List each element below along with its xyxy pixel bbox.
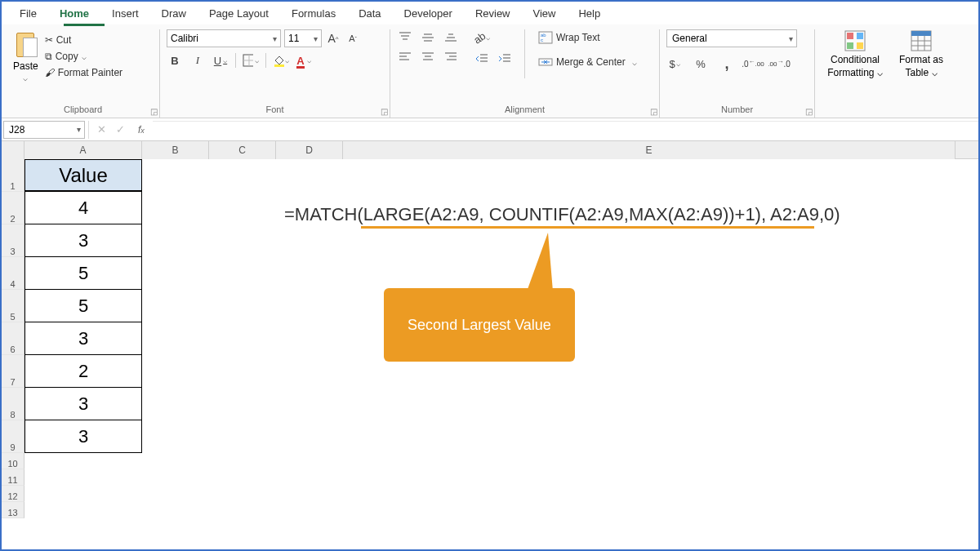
align-middle-button[interactable] — [420, 29, 436, 46]
paste-button[interactable]: Paste ⌵ — [13, 29, 38, 82]
row-header-8[interactable]: 8 — [2, 388, 24, 420]
col-header-A[interactable]: A — [24, 141, 142, 159]
format-as-table-button[interactable]: Format as Table ⌵ — [892, 29, 951, 78]
menu-file[interactable]: File — [8, 4, 48, 23]
group-styles: Conditional Formatting ⌵ Format as Table… — [815, 29, 957, 118]
orientation-button[interactable]: ab⌵ — [474, 29, 490, 46]
conditional-formatting-button[interactable]: Conditional Formatting ⌵ — [822, 29, 889, 78]
decrease-indent-button[interactable] — [474, 51, 490, 67]
menu-draw[interactable]: Draw — [150, 4, 198, 23]
tbl-l2: Table ⌵ — [905, 67, 937, 78]
menu-developer[interactable]: Developer — [393, 4, 464, 23]
row-header-5[interactable]: 5 — [2, 290, 24, 322]
align-bottom-button[interactable] — [443, 29, 459, 46]
merge-center-button[interactable]: Merge & Center ⌵ — [537, 54, 639, 70]
format-painter-button[interactable]: 🖌 Format Painter — [43, 65, 124, 80]
cut-button[interactable]: ✂ Cut — [43, 33, 124, 47]
wrap-text-icon: abc — [538, 31, 553, 44]
row-header-13[interactable]: 13 — [2, 502, 24, 518]
row-header-12[interactable]: 12 — [2, 486, 24, 502]
group-label-clipboard: Clipboard — [13, 104, 153, 116]
bold-button[interactable]: B — [167, 52, 183, 69]
accounting-format-button[interactable]: $⌵ — [666, 56, 683, 72]
decrease-decimal-button[interactable]: .00→.0 — [771, 56, 787, 72]
increase-font-button[interactable]: A^ — [325, 30, 341, 47]
comma-format-button[interactable]: , — [719, 56, 735, 72]
percent-format-button[interactable]: % — [693, 56, 709, 72]
menu-review[interactable]: Review — [464, 4, 522, 23]
cancel-formula-button[interactable]: ✕ — [97, 123, 106, 136]
row-header-7[interactable]: 7 — [2, 355, 24, 388]
menu-formulas[interactable]: Formulas — [280, 4, 347, 23]
menu-data[interactable]: Data — [347, 4, 392, 23]
decrease-font-button[interactable]: Aˇ — [345, 30, 361, 47]
paste-dropdown-icon[interactable]: ⌵ — [23, 73, 28, 82]
name-box[interactable]: J28 — [3, 121, 85, 139]
row-header-4[interactable]: 4 — [2, 257, 24, 290]
row-header-2[interactable]: 2 — [2, 192, 24, 224]
align-left-button[interactable] — [397, 49, 413, 65]
group-label-number: Number — [666, 104, 808, 116]
menu-help[interactable]: Help — [567, 4, 612, 23]
conditional-formatting-icon — [844, 29, 866, 52]
font-size-select[interactable]: 11 — [284, 29, 322, 47]
number-dialog-launcher[interactable]: ◲ — [805, 107, 813, 116]
row-header-3[interactable]: 3 — [2, 224, 24, 257]
table-row[interactable]: 3 — [24, 388, 142, 420]
callout-box: Second Largest Value — [384, 288, 575, 362]
font-color-button[interactable]: A ⌵ — [296, 52, 312, 69]
wrap-text-label: Wrap Text — [556, 32, 600, 43]
tbl-l1: Format as — [899, 54, 943, 65]
borders-button[interactable]: ⌵ — [243, 52, 259, 69]
increase-indent-button[interactable] — [497, 51, 513, 67]
menu-view[interactable]: View — [522, 4, 568, 23]
italic-button[interactable]: I — [189, 52, 206, 69]
align-center-button[interactable] — [420, 49, 436, 65]
copy-icon: ⧉ — [45, 51, 52, 62]
copy-button[interactable]: ⧉ Copy ⌵ — [43, 49, 124, 64]
increase-decimal-button[interactable]: .0←.00 — [745, 56, 761, 72]
table-row[interactable]: 3 — [24, 322, 142, 355]
table-row[interactable]: 5 — [24, 257, 142, 290]
svg-rect-34 — [857, 33, 863, 39]
font-dialog-launcher[interactable]: ◲ — [381, 107, 388, 116]
alignment-dialog-launcher[interactable]: ◲ — [650, 107, 657, 116]
table-row[interactable]: 5 — [24, 290, 142, 322]
wrap-text-button[interactable]: abc Wrap Text — [537, 29, 639, 46]
clipboard-dialog-launcher[interactable]: ◲ — [150, 107, 158, 116]
number-format-select[interactable]: General — [666, 29, 797, 47]
row-header-6[interactable]: 6 — [2, 322, 24, 355]
select-all-button[interactable] — [2, 141, 24, 159]
align-top-button[interactable] — [397, 29, 413, 46]
align-bottom-icon — [444, 32, 457, 43]
merge-icon — [538, 56, 553, 69]
table-row[interactable]: 4 — [24, 192, 142, 224]
row-header-9[interactable]: 9 — [2, 420, 24, 453]
row-header-1[interactable]: 1 — [2, 159, 24, 192]
menu-insert[interactable]: Insert — [100, 4, 150, 23]
menu-page-layout[interactable]: Page Layout — [198, 4, 280, 23]
font-name-select[interactable]: Calibri — [167, 29, 281, 47]
col-header-E[interactable]: E — [343, 141, 956, 159]
outdent-icon — [475, 53, 488, 64]
col-header-D[interactable]: D — [276, 141, 343, 159]
svg-text:c: c — [541, 38, 543, 42]
col-header-B[interactable]: B — [142, 141, 209, 159]
col-header-C[interactable]: C — [209, 141, 276, 159]
enter-formula-button[interactable]: ✓ — [116, 123, 125, 136]
format-as-table-icon — [910, 29, 933, 52]
group-number: General $⌵ % , .0←.00 .00→.0 Number ◲ — [660, 29, 815, 118]
table-row[interactable]: 3 — [24, 224, 142, 257]
row-header-10[interactable]: 10 — [2, 453, 24, 469]
menu-home[interactable]: Home — [48, 4, 100, 23]
align-right-button[interactable] — [443, 49, 459, 65]
row-header-11[interactable]: 11 — [2, 469, 24, 486]
formula-input[interactable] — [153, 121, 978, 139]
table-header-cell[interactable]: Value — [24, 159, 142, 192]
table-row[interactable]: 2 — [24, 355, 142, 388]
table-row[interactable]: 3 — [24, 420, 142, 453]
row-headers: 1 2 3 4 5 6 7 8 9 10 11 12 13 — [2, 159, 24, 518]
insert-function-button[interactable]: fx — [138, 124, 145, 136]
underline-button[interactable]: U⌵ — [212, 52, 229, 69]
fill-color-button[interactable]: ⌵ — [273, 52, 289, 69]
